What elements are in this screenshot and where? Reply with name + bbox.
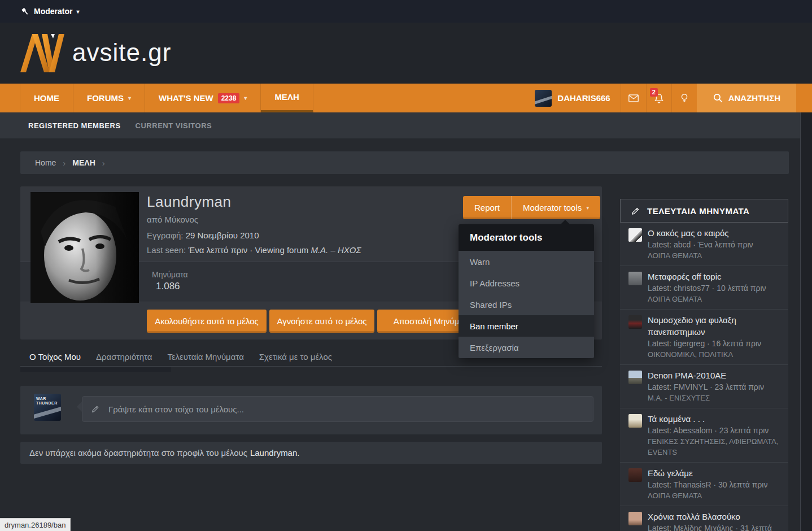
messages-label: Μηνύματα (152, 270, 188, 279)
thread-title[interactable]: Denon PMA-2010AE (648, 369, 780, 381)
gavel-icon (20, 7, 30, 16)
thread-latest: Latest: Μελίδης Μιχάλης · 31 λεπτά πριν (648, 523, 780, 531)
page-scrollbar[interactable] (800, 112, 812, 531)
nav-item-home[interactable]: HOME (20, 84, 73, 112)
tab-activity[interactable]: Δραστηριότητα (96, 347, 152, 366)
site-logo[interactable]: avsite.gr (20, 32, 171, 73)
conversations-button[interactable] (621, 84, 646, 112)
moderator-tools-menu: Moderator tools Warn IP Addresses Shared… (459, 224, 594, 358)
site-header: avsite.gr (0, 23, 812, 84)
menu-item-warn[interactable]: Warn (459, 251, 594, 272)
account-username: DAHARIS666 (557, 93, 610, 103)
thread-avatar[interactable] (628, 371, 642, 384)
avatar-text: WAR THUNDER (36, 397, 61, 406)
thread-info: Denon PMA-2010AE Latest: FMVINYL · 23 λε… (648, 369, 780, 403)
link-preview-text: dryman.26189/ban (5, 521, 66, 529)
thread-title[interactable]: Χρόνια πολλά Βλασούκο (648, 511, 780, 523)
thread-info: Νομοσχεδιο για φυλαξη πανεπιστημιων Late… (648, 314, 780, 360)
thread-title[interactable]: Ο κακός μας ο καιρός (648, 227, 780, 239)
report-label: Report (474, 203, 500, 212)
last-seen-value: Ένα λεπτό πριν · Viewing forum (188, 245, 308, 255)
latest-posts-header: ΤΕΛΕΥΤΑΙΑ ΜΗΝΥΜΑΤΑ (620, 199, 788, 223)
menu-item-edit[interactable]: Επεξεργασία (459, 337, 594, 358)
last-seen-label: Last seen: (147, 245, 186, 255)
registered-label: Εγγραφή: (147, 230, 183, 240)
thread-avatar[interactable] (628, 272, 642, 285)
nav-label: WHAT'S NEW (159, 93, 213, 103)
search-label: ΑΝΑΖΗΤΗΣΗ (728, 93, 780, 103)
search-button[interactable]: ΑΝΑΖΗΤΗΣΗ (697, 84, 796, 112)
thread-avatar[interactable] (628, 228, 642, 242)
member-avatar[interactable] (30, 192, 139, 303)
thread-latest: Latest: FMVINYL · 23 λεπτά πριν (648, 381, 780, 393)
latest-post-row[interactable]: Χρόνια πολλά Βλασούκο Latest: Μελίδης Μι… (620, 506, 788, 531)
tab-about-member[interactable]: Σχετικά με το μέλος (259, 347, 332, 366)
current-user-avatar: WAR THUNDER (34, 394, 61, 421)
alert-count-badge: 2 (650, 88, 658, 97)
follow-member-button[interactable]: Ακολουθήστε αυτό το μέλος (147, 310, 267, 333)
subnav-registered-members[interactable]: REGISTERED MEMBERS (28, 121, 121, 130)
nav-item-whats-new[interactable]: WHAT'S NEW 2238 ▾ (145, 84, 261, 112)
breadcrumb-home[interactable]: Home (35, 158, 56, 167)
moderation-button-group: Report Moderator tools ▾ (463, 196, 600, 219)
pencil-icon (631, 206, 640, 216)
thread-category: ΛΟΙΠΑ ΘΕΜΑΤΑ (648, 250, 780, 261)
thread-info: Μεταφορές off topic Latest: christos77 ·… (648, 271, 780, 304)
latest-post-row[interactable]: Μεταφορές off topic Latest: christos77 ·… (620, 266, 788, 310)
tab-latest-posts[interactable]: Τελευταία Μηνύματα (167, 347, 243, 366)
breadcrumb-members[interactable]: ΜΕΛΗ (72, 158, 95, 167)
account-menu[interactable]: DAHARIS666 (525, 84, 620, 112)
thread-category: Μ.Α. - ΕΝΙΣΧΥΤΕΣ (648, 393, 780, 403)
avatar (535, 90, 552, 107)
thread-title[interactable]: Νομοσχεδιο για φυλαξη πανεπιστημιων (648, 314, 780, 338)
wall-post-input[interactable] (82, 396, 593, 422)
menu-item-shared-ips[interactable]: Shared IPs (459, 294, 594, 315)
thread-category: ΛΟΙΠΑ ΘΕΜΑΤΑ (648, 294, 780, 304)
chevron-down-icon: ▾ (244, 95, 247, 101)
chevron-down-icon: ▾ (586, 204, 589, 211)
thread-avatar[interactable] (628, 512, 642, 525)
report-button[interactable]: Report (463, 196, 511, 219)
tab-my-wall[interactable]: Ο Τοίχος Μου (29, 347, 81, 366)
theme-toggle-button[interactable] (671, 84, 697, 112)
moderator-tools-button[interactable]: Moderator tools ▾ (511, 196, 600, 219)
latest-post-row[interactable]: Εδώ γελάμε Latest: ThanasisR · 30 λεπτά … (620, 463, 788, 506)
thread-title[interactable]: Εδώ γελάμε (648, 467, 780, 479)
thread-latest: Latest: christos77 · 10 λεπτά πριν (648, 282, 780, 294)
latest-post-row[interactable]: Ο κακός μας ο καιρός Latest: abcd · Ένα … (620, 223, 788, 266)
thread-latest: Latest: Abessalom · 23 λεπτά πριν (648, 425, 780, 436)
thread-info: Εδώ γελάμε Latest: ThanasisR · 30 λεπτά … (648, 467, 780, 501)
thread-title[interactable]: Τά κομμένα . . . (648, 413, 780, 425)
menu-item-ban-member[interactable]: Ban member (459, 315, 594, 337)
thread-avatar[interactable] (628, 315, 642, 329)
main-navigation: HOME FORUMS ▾ WHAT'S NEW 2238 ▾ ΜΕΛΗ DAH… (0, 84, 812, 112)
moderator-menu-toggle[interactable]: Moderator ▾ (20, 7, 79, 16)
chevron-right-icon: › (63, 158, 66, 168)
av-logo-icon (20, 32, 64, 73)
thread-info: Τά κομμένα . . . Latest: Abessalom · 23 … (648, 413, 780, 458)
latest-post-row[interactable]: Νομοσχεδιο για φυλαξη πανεπιστημιων Late… (620, 310, 788, 365)
ignore-member-button[interactable]: Αγνοήστε αυτό το μέλος (269, 310, 374, 333)
member-last-seen-row: Last seen: Ένα λεπτό πριν · Viewing foru… (147, 245, 361, 255)
alerts-button[interactable]: 2 (646, 84, 671, 112)
latest-post-row[interactable]: Τά κομμένα . . . Latest: Abessalom · 23 … (620, 408, 788, 463)
thread-avatar[interactable] (628, 468, 642, 482)
active-tab-indicator (20, 367, 171, 372)
registered-value: 29 Νοεμβρίου 2010 (186, 230, 259, 240)
nav-item-members[interactable]: ΜΕΛΗ (261, 84, 313, 112)
menu-pointer (560, 220, 570, 225)
nav-item-forums[interactable]: FORUMS ▾ (73, 84, 145, 112)
menu-item-ip-addresses[interactable]: IP Addresses (459, 272, 594, 294)
subnav-current-visitors[interactable]: CURRENT VISITORS (136, 121, 212, 130)
search-icon (713, 93, 723, 103)
thread-title[interactable]: Μεταφορές off topic (648, 271, 780, 282)
thread-info: Ο κακός μας ο καιρός Latest: abcd · Ένα … (648, 227, 780, 261)
nav-label: ΜΕΛΗ (274, 92, 299, 102)
nav-right-tools: DAHARIS666 2 (525, 84, 812, 112)
nav-label: HOME (34, 93, 59, 103)
member-registered-row: Εγγραφή: 29 Νοεμβρίου 2010 (147, 230, 259, 240)
thread-category: ΛΟΙΠΑ ΘΕΜΑΤΑ (648, 490, 780, 501)
nav-label: FORUMS (87, 93, 124, 103)
thread-avatar[interactable] (628, 414, 642, 428)
latest-post-row[interactable]: Denon PMA-2010AE Latest: FMVINYL · 23 λε… (620, 365, 788, 408)
